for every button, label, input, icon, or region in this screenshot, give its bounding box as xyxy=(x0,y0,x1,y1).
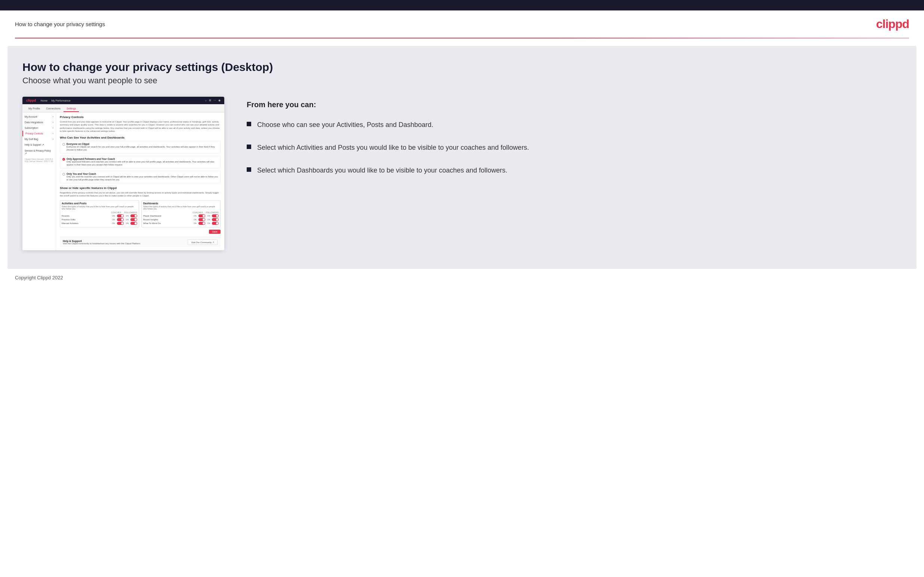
mock-radio-everyone-text: Everyone on Clippd Everyone on Clippd ca… xyxy=(66,143,218,152)
mock-nav: clippd Home My Performance ⌕ ⊞ ⋯ ◉ xyxy=(23,97,224,104)
mock-toggle-rounds: Rounds ON ON xyxy=(62,214,137,218)
mock-help-title: Help & Support xyxy=(63,240,141,242)
mock-what-to-work-label: What To Work On xyxy=(143,222,194,224)
page-subheading: Choose what you want people to see xyxy=(23,76,901,85)
top-bar xyxy=(0,0,924,10)
mock-radio-followers-text: Only Approved Followers and Your Coach O… xyxy=(66,158,218,166)
mock-pd-coaches-toggle xyxy=(199,214,205,218)
mock-who-can-see-title: Who Can See Your Activities and Dashboar… xyxy=(60,136,221,139)
mock-dashboards-header: COACHES FOLLOWERS xyxy=(143,211,219,214)
mock-radio-coach-input xyxy=(62,173,65,176)
mock-manual-followers-toggle xyxy=(131,222,137,225)
bullet-item-3: Select which Dashboards you would like t… xyxy=(247,166,901,175)
mock-ri-followers-on: ON xyxy=(207,219,210,221)
mock-version: Clippd Client Version: 2022.8.2SQL Serve… xyxy=(23,156,56,164)
mock-radio-followers: Only Approved Followers and Your Coach O… xyxy=(60,156,221,168)
mock-coaches-label: COACHES xyxy=(111,211,121,214)
mock-toggle-round-insights: Round Insights ON ON xyxy=(143,218,219,221)
mock-pd-followers-on: ON xyxy=(207,215,210,217)
page-heading: How to change your privacy settings (Des… xyxy=(23,61,901,74)
mock-pd-followers-toggle xyxy=(212,214,219,218)
mock-activities-panel: Activities and Posts Select the types of… xyxy=(60,200,139,227)
mock-drills-followers-on: ON xyxy=(126,219,129,221)
header-divider xyxy=(15,38,909,39)
mock-dash-followers-label: FOLLOWERS xyxy=(205,211,219,214)
mock-sidebar-subscription: Subscription › xyxy=(23,125,56,131)
mock-dash-coaches-label: COACHES xyxy=(192,211,203,214)
content-area: clippd Home My Performance ⌕ ⊞ ⋯ ◉ My Pr… xyxy=(23,97,901,250)
mock-nav-home: Home xyxy=(41,99,48,102)
mock-app: clippd Home My Performance ⌕ ⊞ ⋯ ◉ My Pr… xyxy=(23,97,224,250)
logo: clippd xyxy=(876,17,909,31)
avatar-icon: ◉ xyxy=(218,99,221,102)
mock-sidebar-help: Help & Support ↗ xyxy=(23,142,56,148)
mock-sidebar-data-integrations: Data Integrations › xyxy=(23,119,56,125)
bullet-list: Choose who can see your Activities, Post… xyxy=(247,120,901,176)
mock-tabs: My Profile Connections Settings xyxy=(23,104,224,113)
bullet-item-1: Choose who can see your Activities, Post… xyxy=(247,120,901,130)
mock-radio-coach-only: Only You and Your Coach Only you and the… xyxy=(60,171,221,184)
mock-radio-coach-title: Only You and Your Coach xyxy=(66,172,218,176)
mock-drills-followers-toggle xyxy=(131,218,137,221)
mock-rounds-label: Rounds xyxy=(62,215,112,217)
footer: Copyright Clippd 2022 xyxy=(0,269,924,287)
mock-toggle-drills: Practice Drills ON ON xyxy=(62,218,137,221)
mock-privacy-desc: Control how you and your data appears to… xyxy=(60,120,221,133)
mock-radio-everyone-title: Everyone on Clippd xyxy=(66,143,218,146)
from-here-label: From here you can: xyxy=(247,100,901,109)
mock-manual-label: Manual Activities xyxy=(62,222,112,224)
mock-rounds-followers-toggle xyxy=(131,214,137,218)
mock-tab-settings: Settings xyxy=(63,106,79,112)
mock-drills-label: Practice Drills xyxy=(62,219,112,221)
mock-ri-followers-toggle xyxy=(212,218,219,221)
mock-activities-header: COACHES FOLLOWERS xyxy=(62,211,137,214)
bullet-square-2 xyxy=(247,145,251,149)
mock-manual-coaches-on: ON xyxy=(112,222,115,224)
mock-radio-group: Everyone on Clippd Everyone on Clippd ca… xyxy=(60,141,221,184)
mock-sidebar-golf-bag: My Golf Bag › xyxy=(23,136,56,142)
mock-toggles-section: Show or hide specific features in Clippd… xyxy=(60,186,221,234)
mock-help-desc: Visit the Clippd community to troublesho… xyxy=(63,242,141,245)
mock-rounds-coaches-on: ON xyxy=(112,215,115,217)
mock-show-hide-desc: Regardless of the privacy controls that … xyxy=(60,191,221,198)
bullet-square-1 xyxy=(247,122,251,126)
mock-help-section: Help & Support Visit the Clippd communit… xyxy=(60,237,221,247)
mock-rounds-followers-on: ON xyxy=(126,215,129,217)
mock-dashboards-title: Dashboards xyxy=(143,202,219,205)
mock-privacy-title: Privacy Controls xyxy=(60,115,221,119)
mock-toggle-manual: Manual Activities ON ON xyxy=(62,222,137,225)
mock-player-dashboard-label: Player Dashboard xyxy=(143,215,194,217)
mock-radio-everyone-input xyxy=(62,143,65,146)
mock-sidebar-privacy-policy: Service & Privacy Policy ↗ xyxy=(23,148,56,156)
mock-dashboards-panel: Dashboards Select the types of activity … xyxy=(141,200,221,227)
mock-activities-desc: Select the types of activity that you'd … xyxy=(62,205,137,210)
right-panel: From here you can: Choose who can see yo… xyxy=(247,97,901,176)
mock-radio-coach-text: Only You and Your Coach Only you and the… xyxy=(66,172,218,182)
mock-save-row: Save xyxy=(60,230,221,234)
mock-rounds-coaches-toggle xyxy=(117,214,124,218)
bullet-square-3 xyxy=(247,167,251,172)
header: How to change your privacy settings clip… xyxy=(0,10,924,38)
mock-toggle-what-to-work: What To Work On ON ON xyxy=(143,222,219,225)
mock-round-insights-label: Round Insights xyxy=(143,219,194,221)
mock-ww-coaches-toggle xyxy=(199,222,205,225)
mock-radio-followers-title: Only Approved Followers and Your Coach xyxy=(66,158,218,161)
bullet-text-2: Select which Activities and Posts you wo… xyxy=(257,143,529,152)
mock-sidebar-my-account: My Account › xyxy=(23,114,56,119)
bell-icon: ⋯ xyxy=(213,99,216,102)
mock-help-text: Help & Support Visit the Clippd communit… xyxy=(63,240,141,245)
bullet-text-1: Choose who can see your Activities, Post… xyxy=(257,120,433,130)
search-icon: ⌕ xyxy=(205,99,207,102)
mock-pd-coaches-on: ON xyxy=(194,215,197,217)
mock-main: Privacy Controls Control how you and you… xyxy=(56,113,224,250)
mock-tab-profile: My Profile xyxy=(26,106,43,112)
screenshot-mockup: clippd Home My Performance ⌕ ⊞ ⋯ ◉ My Pr… xyxy=(23,97,224,250)
mock-tab-connections: Connections xyxy=(43,106,63,112)
mock-dashboards-desc: Select the types of activity that you'd … xyxy=(143,205,219,210)
mock-sidebar-privacy-controls: Privacy Controls › xyxy=(23,131,56,136)
mock-radio-everyone: Everyone on Clippd Everyone on Clippd ca… xyxy=(60,141,221,153)
mock-toggles-grid: Activities and Posts Select the types of… xyxy=(60,200,221,227)
main-content: How to change your privacy settings (Des… xyxy=(8,46,916,269)
mock-body: My Account › Data Integrations › Subscri… xyxy=(23,113,224,250)
mock-ww-coaches-on: ON xyxy=(194,222,197,224)
